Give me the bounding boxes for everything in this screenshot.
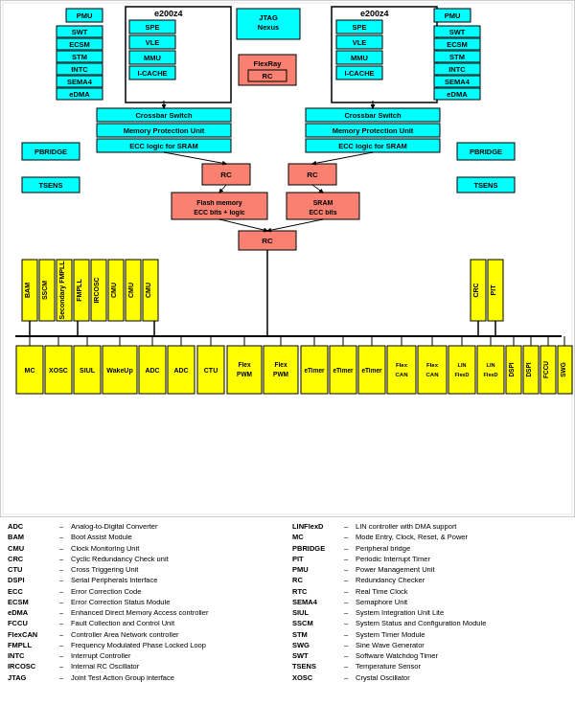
legend-key: SWT — [292, 650, 342, 661]
svg-text:STM: STM — [449, 53, 465, 61]
svg-text:SPE: SPE — [352, 23, 366, 32]
svg-rect-128 — [264, 346, 298, 394]
svg-text:Memory Protection Unit: Memory Protection Unit — [333, 126, 414, 135]
legend-desc: Redundancy Checker — [356, 575, 425, 585]
svg-rect-92 — [39, 260, 55, 321]
svg-rect-104 — [143, 260, 158, 321]
legend-desc: Periodic Interrupt Timer — [356, 554, 430, 564]
legend-desc: Boot Assist Module — [71, 532, 132, 542]
legend-desc: System Timer Module — [356, 629, 426, 640]
svg-rect-70 — [22, 143, 80, 160]
svg-rect-54 — [239, 55, 296, 85]
svg-text:eDMA: eDMA — [69, 90, 90, 99]
legend-desc: Error Correction Status Module — [71, 597, 170, 607]
svg-text:FCCU: FCCU — [542, 361, 549, 378]
legend-desc: Interrupt Controller — [71, 650, 131, 661]
svg-rect-12 — [57, 26, 103, 37]
svg-rect-36 — [434, 88, 480, 100]
svg-rect-94 — [57, 260, 72, 321]
svg-rect-121 — [168, 346, 195, 394]
legend-item: TSENS – Temperature Sensor — [292, 661, 567, 671]
legend-desc: Serial Peripherals Interface — [71, 575, 157, 585]
svg-rect-48 — [336, 35, 382, 49]
svg-rect-16 — [57, 51, 103, 62]
svg-text:CTU: CTU — [204, 367, 218, 374]
legend-item: ECC – Error Correction Code — [8, 586, 283, 597]
legend-item: FCCU – Fault Collection and Control Unit — [8, 618, 283, 628]
legend-key: STM — [292, 629, 342, 640]
svg-text:JTAG: JTAG — [259, 13, 278, 22]
svg-rect-74 — [202, 164, 250, 185]
svg-rect-100 — [108, 260, 124, 321]
svg-rect-96 — [74, 260, 89, 321]
svg-text:CMU: CMU — [127, 283, 134, 298]
svg-text:I-CACHE: I-CACHE — [344, 69, 374, 78]
legend-desc: Mode Entry, Clock, Reset, & Power — [356, 532, 468, 542]
legend-grid: ADC – Analog-to-Digital Converter BAM – … — [8, 521, 567, 683]
svg-text:ADC: ADC — [173, 367, 188, 374]
legend-key: ECSM — [8, 597, 58, 607]
svg-text:XOSC: XOSC — [49, 367, 68, 374]
legend-item: SWT – Software Watchdog Timer — [292, 650, 567, 661]
legend-item: CMU – Clock Monitoring Unit — [8, 543, 283, 554]
legend-key: RTC — [292, 586, 342, 597]
svg-rect-76 — [288, 164, 336, 185]
legend-key: MC — [292, 532, 342, 542]
svg-text:CAN: CAN — [396, 372, 408, 377]
svg-rect-58 — [97, 108, 231, 122]
legend-desc: Internal RC Oscillator — [71, 661, 139, 671]
svg-rect-20 — [57, 76, 103, 87]
svg-rect-64 — [306, 108, 440, 122]
svg-text:PBRIDGE: PBRIDGE — [470, 148, 502, 156]
svg-text:SWT: SWT — [449, 28, 466, 36]
svg-rect-135 — [358, 346, 385, 394]
svg-line-161 — [219, 185, 226, 193]
legend-key: INTC — [8, 650, 58, 661]
legend-desc: Real Time Clock — [356, 586, 408, 597]
svg-rect-131 — [301, 346, 328, 394]
svg-rect-81 — [287, 193, 359, 219]
svg-text:SPE: SPE — [145, 23, 159, 32]
legend-key: SEMA4 — [292, 597, 342, 607]
svg-text:eTimer: eTimer — [304, 367, 325, 374]
svg-text:RC: RC — [263, 72, 273, 80]
svg-rect-125 — [227, 346, 262, 394]
legend-desc: Software Watchdog Timer — [356, 650, 438, 661]
legend-item: FMPLL – Frequency Modulated Phase Locked… — [8, 640, 283, 650]
svg-rect-123 — [197, 346, 224, 394]
svg-rect-22 — [57, 88, 103, 100]
legend-desc: Crystal Oscillator — [356, 672, 410, 683]
svg-text:Flex: Flex — [238, 361, 250, 368]
svg-text:FlexD: FlexD — [484, 372, 498, 377]
legend-key: IRCOSC — [8, 661, 58, 671]
legend-left: ADC – Analog-to-Digital Converter BAM – … — [8, 521, 283, 683]
legend-item: ADC – Analog-to-Digital Converter — [8, 521, 283, 532]
svg-text:e200z4: e200z4 — [154, 9, 183, 18]
legend-item: ECSM – Error Correction Status Module — [8, 597, 283, 607]
svg-text:ECSM: ECSM — [69, 40, 90, 49]
svg-text:SWG: SWG — [560, 362, 566, 377]
svg-rect-52 — [336, 66, 382, 80]
svg-text:Flash memory: Flash memory — [196, 199, 242, 207]
svg-rect-84 — [22, 177, 80, 193]
legend-item: JTAG – Joint Test Action Group interface — [8, 672, 283, 683]
svg-rect-106 — [471, 260, 486, 321]
legend-key: LINFlexD — [292, 521, 342, 532]
svg-rect-151 — [523, 346, 539, 394]
svg-text:LIN: LIN — [458, 362, 467, 368]
legend-key: JTAG — [8, 672, 58, 683]
svg-text:SRAM: SRAM — [313, 199, 334, 206]
svg-rect-42 — [129, 51, 175, 64]
legend-key: FMPLL — [8, 640, 58, 650]
svg-rect-119 — [139, 346, 166, 394]
svg-text:SEMA4: SEMA4 — [445, 78, 471, 86]
legend-desc: Analog-to-Digital Converter — [71, 521, 157, 532]
legend-desc: System Integration Unit Lite — [356, 607, 444, 618]
svg-text:WakeUp: WakeUp — [106, 367, 132, 375]
svg-rect-14 — [57, 38, 103, 50]
legend-area: ADC – Analog-to-Digital Converter BAM – … — [0, 517, 575, 687]
svg-rect-30 — [434, 51, 480, 62]
legend-item: DSPI – Serial Peripherals Interface — [8, 575, 283, 585]
svg-text:TSENS: TSENS — [473, 181, 497, 190]
svg-rect-137 — [387, 346, 416, 394]
